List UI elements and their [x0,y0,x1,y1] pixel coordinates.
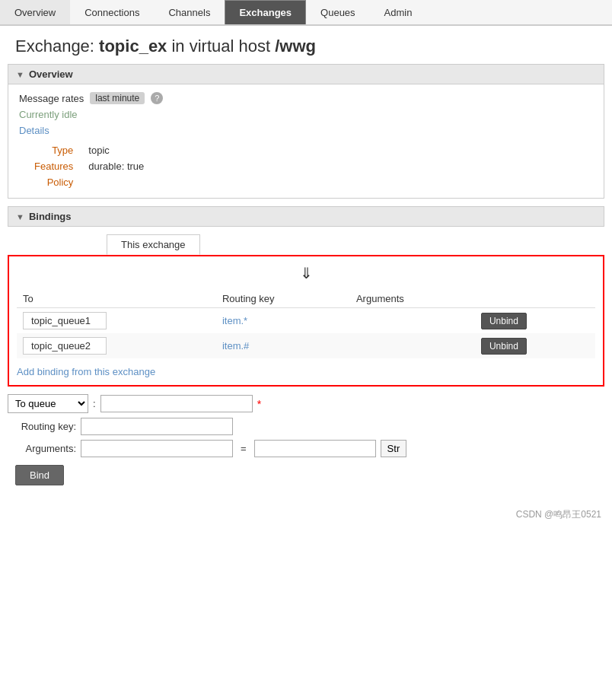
footer-text: CSDN @鸣昂王0521 [516,509,601,520]
bindings-header[interactable]: ▼ Bindings [8,206,604,227]
arguments-cell [350,308,475,334]
type-label: Type [27,142,81,158]
type-row: Type topic [27,142,151,158]
overview-section: ▼ Overview Message rates last minute ? C… [8,64,604,199]
chevron-down-icon: ▼ [16,70,24,79]
unbind-cell: Unbind [475,333,595,358]
bindings-tab-row: This exchange [0,234,612,255]
bindings-table-header: To Routing key Arguments [17,290,595,308]
navigation-bar: Overview Connections Channels Exchanges … [0,0,612,26]
bindings-section: ▼ Bindings [8,206,604,227]
col-actions [475,290,595,308]
routing-key-input[interactable] [81,418,233,435]
col-to: To [17,290,216,308]
bindings-box: ⇓ To Routing key Arguments topic_queue1i… [8,255,604,387]
features-label: Features [27,158,81,174]
add-binding-form: To queue To exchange : * Routing key: Ar… [8,394,604,457]
details-table: Type topic Features durable: true Policy [27,142,151,190]
features-row: Features durable: true [27,158,151,174]
unbind-cell: Unbind [475,308,595,334]
arguments-input-value[interactable] [254,440,376,457]
routing-key-label: Routing key: [8,421,76,432]
tab-admin[interactable]: Admin [370,0,427,24]
help-badge[interactable]: ? [151,92,163,104]
to-queue-input[interactable] [100,395,253,412]
bind-button[interactable]: Bind [15,465,64,485]
arguments-cell [350,333,475,358]
virtual-host: /wwg [275,37,316,56]
this-exchange-tab[interactable]: This exchange [107,234,200,255]
details-link[interactable]: Details [19,125,593,136]
features-value: durable: true [81,158,151,174]
overview-header[interactable]: ▼ Overview [8,64,604,84]
equals-sign: = [237,443,250,454]
unbind-button[interactable]: Unbind [481,313,527,329]
table-row: topic_queue2item.#Unbind [17,333,595,358]
add-binding-link[interactable]: Add binding from this exchange [17,366,595,377]
idle-status: Currently idle [19,109,593,120]
arguments-input-key[interactable] [81,440,233,457]
tab-exchanges[interactable]: Exchanges [225,0,306,24]
arguments-row: Arguments: = Str [8,440,604,457]
exchange-name: topic_ex [99,37,167,56]
tab-queues[interactable]: Queues [306,0,370,24]
to-cell: topic_queue1 [17,308,216,334]
rate-badge[interactable]: last minute [90,92,145,104]
policy-label: Policy [27,174,81,190]
unbind-button[interactable]: Unbind [481,338,527,355]
footer: CSDN @鸣昂王0521 [0,501,612,529]
arrow-down-double-icon: ⇓ [17,264,595,282]
policy-value [81,174,151,190]
overview-label: Overview [29,68,73,80]
colon-separator: : [93,398,96,409]
tab-connections[interactable]: Connections [70,0,154,24]
col-routing-key: Routing key [216,290,350,308]
bind-button-row: Bind [8,465,612,485]
title-prefix: Exchange: [15,37,94,56]
to-queue-select[interactable]: To queue To exchange [8,394,88,413]
table-row: topic_queue1item.*Unbind [17,308,595,334]
overview-body: Message rates last minute ? Currently id… [8,84,604,199]
required-star: * [257,398,261,410]
page-title: Exchange: topic_ex in virtual host /wwg [0,26,612,64]
tab-channels[interactable]: Channels [154,0,225,24]
title-middle: in virtual host [171,37,270,56]
col-arguments: Arguments [350,290,475,308]
bindings-table: To Routing key Arguments topic_queue1ite… [17,290,595,358]
chevron-down-icon-bindings: ▼ [16,212,24,221]
to-queue-row: To queue To exchange : * [8,394,604,413]
queue-name: topic_queue2 [23,337,107,355]
queue-name: topic_queue1 [23,312,107,329]
routing-key-row: Routing key: [8,418,604,435]
str-button[interactable]: Str [381,440,407,457]
arguments-label: Arguments: [8,443,76,454]
message-rates-row: Message rates last minute ? [19,92,593,104]
routing-key-cell: item.* [216,308,350,334]
routing-key-cell: item.# [216,333,350,358]
message-rates-label: Message rates [19,93,84,104]
to-cell: topic_queue2 [17,333,216,358]
tab-overview[interactable]: Overview [0,0,70,24]
policy-row: Policy [27,174,151,190]
bindings-label: Bindings [29,211,72,222]
type-value: topic [81,142,151,158]
